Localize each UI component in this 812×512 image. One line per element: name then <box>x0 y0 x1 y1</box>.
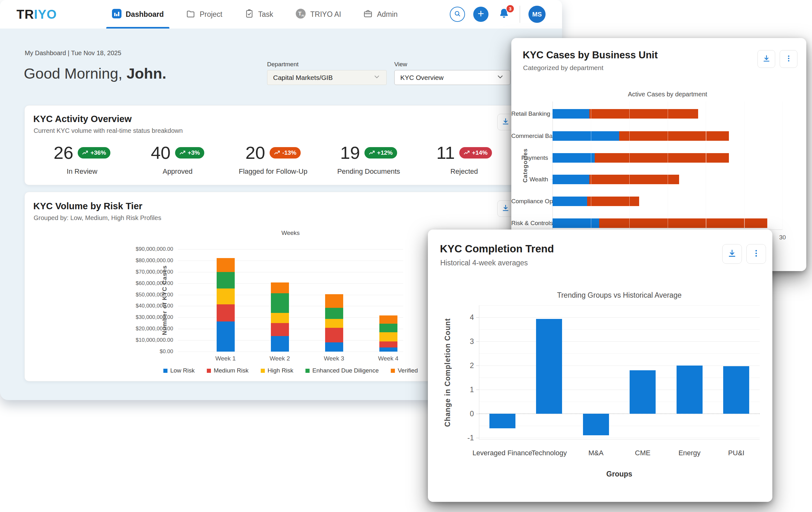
bar-segment-payments[interactable] <box>595 153 729 163</box>
bar-segment-low-risk[interactable] <box>379 348 398 352</box>
y-axis-label: Number of KYC Cases <box>161 265 168 335</box>
bar-segment-medium-risk[interactable] <box>325 328 343 342</box>
tab-dashboard[interactable]: Dashboard <box>110 0 166 29</box>
legend-item[interactable]: Medium Risk <box>207 367 249 374</box>
bar-segment-medium-risk[interactable] <box>271 323 289 336</box>
bar-segment-verified[interactable] <box>325 294 343 308</box>
bar-segment-payments[interactable] <box>553 153 595 163</box>
nav-actions: 3 MS <box>450 6 546 23</box>
bar-m-a[interactable] <box>583 414 609 435</box>
bar-technology[interactable] <box>536 319 562 414</box>
bar-segment-verified[interactable] <box>379 315 398 324</box>
legend-item[interactable]: High Risk <box>261 367 293 374</box>
y-tick-label: $50,000,000.00 <box>127 292 173 298</box>
bar-energy[interactable] <box>676 365 702 414</box>
axis-tick <box>550 179 553 180</box>
legend-label: Low Risk <box>170 367 195 374</box>
bar-segment-low-risk[interactable] <box>216 322 235 352</box>
legend-item[interactable]: Low Risk <box>163 367 195 374</box>
more-options-button[interactable] <box>746 244 766 264</box>
bar-leveraged-finance[interactable] <box>489 414 516 428</box>
tab-project[interactable]: Project <box>184 0 224 29</box>
y-axis-line <box>553 101 553 230</box>
stat-rejected: 11+14%Rejected <box>416 142 512 176</box>
nav-divider <box>520 6 520 23</box>
volume-card-subtitle: Grouped by: Low, Medium, High Risk Profi… <box>34 214 161 221</box>
bar-segment-high-risk[interactable] <box>325 319 343 328</box>
bar-segment-enhanced-due-diligence[interactable] <box>325 308 343 319</box>
search-button[interactable] <box>450 7 465 22</box>
completion-card-title: KYC Completion Trend <box>440 243 554 255</box>
bar-segment-enhanced-due-diligence[interactable] <box>379 324 398 332</box>
bar-segment-wealth[interactable] <box>553 175 589 184</box>
stat-pending-documents: 19+12%Pending Documents <box>321 142 416 176</box>
bar-segment-high-risk[interactable] <box>216 289 235 304</box>
bar-segment-risk-controls[interactable] <box>599 218 767 228</box>
bar-segment-medium-risk[interactable] <box>379 341 398 348</box>
x-tick-label: Technology <box>531 449 567 457</box>
legend-label: Medium Risk <box>214 367 249 374</box>
gridline <box>479 317 760 318</box>
x-tick-label: Week 2 <box>270 355 290 362</box>
bar-segment-enhanced-due-diligence[interactable] <box>216 272 235 289</box>
gridline <box>479 354 760 354</box>
gridline <box>178 249 403 249</box>
more-options-button[interactable] <box>780 50 798 68</box>
view-select[interactable]: KYC Overview <box>394 70 510 85</box>
legend-item[interactable]: Enhanced Due Diligence <box>306 367 379 374</box>
bar-segment-high-risk[interactable] <box>379 332 398 341</box>
delta-badge: -13% <box>270 147 301 158</box>
download-button[interactable] <box>757 50 775 68</box>
page-title: Good Morning, John. <box>24 65 166 82</box>
bar-segment-commercial-banking[interactable] <box>553 131 619 141</box>
stat-label: In Review <box>67 168 97 176</box>
download-button[interactable] <box>722 244 742 264</box>
download-icon <box>501 117 510 127</box>
tab-label: TRIYO AI <box>310 10 341 19</box>
bar-segment-verified[interactable] <box>271 282 289 293</box>
notifications-button[interactable]: 3 <box>497 7 511 22</box>
trending-up-icon <box>82 149 88 156</box>
category-label: Commercial Banking <box>511 132 548 140</box>
bar-segment-compliance-ops[interactable] <box>553 197 587 206</box>
tab-admin[interactable]: Admin <box>361 0 399 29</box>
bar-pu-i[interactable] <box>723 366 749 414</box>
tab-task[interactable]: Task <box>243 0 275 29</box>
bar-segment-compliance-ops[interactable] <box>587 197 639 206</box>
tab-triyo-ai[interactable]: TAITRIYO AI <box>293 0 343 29</box>
chart-legend: Low RiskMedium RiskHigh RiskEnhanced Due… <box>134 367 447 374</box>
bar-segment-commercial-banking[interactable] <box>619 131 729 141</box>
gridline-overlay <box>744 101 745 230</box>
logo-text-primary: TR <box>17 7 34 21</box>
x-tick-label: PU&I <box>728 449 745 457</box>
x-tick-label: Week 3 <box>324 355 344 362</box>
avatar[interactable]: MS <box>528 6 546 23</box>
bar-segment-retail-banking[interactable] <box>553 109 589 119</box>
tab-label: Project <box>200 10 222 19</box>
category-label: Risk & Controls <box>511 220 548 227</box>
delta-text: +14% <box>472 149 488 156</box>
bar-segment-low-risk[interactable] <box>325 342 343 352</box>
axis-tick <box>476 390 479 390</box>
stats-row: 26+36%In Review40+3%Approved20-13%Flagge… <box>34 142 512 176</box>
bar-segment-enhanced-due-diligence[interactable] <box>271 293 289 313</box>
bar-segment-verified[interactable] <box>216 258 235 272</box>
stat-top: 11+14% <box>436 142 492 163</box>
bar-segment-risk-controls[interactable] <box>553 218 599 228</box>
bar-segment-medium-risk[interactable] <box>216 304 235 322</box>
add-button[interactable] <box>473 7 489 22</box>
axis-tick <box>476 438 479 438</box>
triyo-logo[interactable]: TRIYO <box>17 7 57 22</box>
completion-card-subtitle: Historical 4-week averages <box>440 259 528 267</box>
bar-segment-low-risk[interactable] <box>271 336 289 352</box>
bar-segment-wealth[interactable] <box>589 175 679 184</box>
department-select[interactable]: Capital Markets/GIB <box>267 70 387 85</box>
notification-count-badge: 3 <box>506 4 515 13</box>
tab-label: Admin <box>377 10 398 19</box>
bar-segment-high-risk[interactable] <box>271 313 289 323</box>
legend-item[interactable]: Verified <box>391 367 418 374</box>
gridline <box>479 390 760 390</box>
bar-segment-retail-banking[interactable] <box>589 109 698 119</box>
dashboard-icon <box>112 9 121 20</box>
bar-cme[interactable] <box>630 370 656 414</box>
